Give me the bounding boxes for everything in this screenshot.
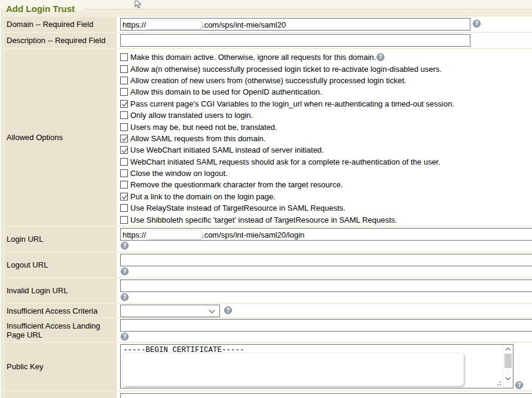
- insufficient-access-landing-label-cell: Insufficient Access Landing Page URL: [4, 318, 116, 342]
- login-url-label-cell: Login URL: [4, 227, 116, 251]
- option-row: Allow creation of new users from (otherw…: [120, 75, 532, 86]
- insufficient-access-criteria-label-cell: Insufficient Access Criteria: [4, 304, 116, 317]
- chevron-down-icon: [209, 308, 215, 314]
- allowed-options-label-cell: Allowed Options: [4, 49, 116, 226]
- checkbox[interactable]: [120, 216, 128, 224]
- checkbox[interactable]: [120, 135, 128, 142]
- option-label: Remove the questionmark character from t…: [130, 180, 343, 189]
- logout-url-input[interactable]: [120, 254, 532, 266]
- fieldset-legend-line: [84, 9, 532, 10]
- invalid-login-url-help-icon[interactable]: ?: [121, 293, 129, 301]
- option-row: Use Shibboleth specific 'target' instead…: [120, 214, 532, 225]
- domain-value-prefix: https://: [123, 20, 146, 29]
- option-row: Allow a(n otherwise) successfully proces…: [120, 63, 532, 74]
- insufficient-access-criteria-help-icon[interactable]: ?: [224, 306, 232, 314]
- insufficient-access-landing-input[interactable]: [120, 319, 532, 332]
- public-key-help-icon[interactable]: ?: [515, 381, 523, 389]
- next-row-label-cell: [4, 391, 116, 398]
- login-url-help-icon[interactable]: ?: [121, 242, 129, 250]
- option-row: Allow this domain to be used for OpenID …: [120, 86, 532, 98]
- logout-url-label-cell: Logout URL: [4, 253, 116, 277]
- option-label: Use RelayState instead of TargetResource…: [130, 203, 346, 212]
- option-row: WebChart initiated SAML requests should …: [120, 156, 532, 168]
- checkbox[interactable]: [120, 181, 128, 189]
- checkbox[interactable]: [120, 100, 128, 108]
- checkbox[interactable]: [120, 88, 128, 96]
- checkbox[interactable]: [120, 77, 128, 84]
- login-url-redaction-box: [146, 230, 202, 239]
- domain-label-cell: Domain -- Required Field: [4, 17, 116, 32]
- insufficient-access-criteria-select[interactable]: [120, 305, 220, 317]
- textarea-scrollbar[interactable]: [503, 345, 513, 388]
- description-label-cell: Description -- Required Field: [4, 33, 116, 48]
- logout-url-help-icon[interactable]: ?: [121, 268, 129, 275]
- public-key-label-cell: Public Key: [4, 343, 116, 390]
- insufficient-access-landing-label-line2: Page URL: [7, 330, 42, 339]
- page-title: Add Login Trust: [6, 4, 75, 14]
- domain-label: Domain -- Required Field: [7, 20, 93, 29]
- add-login-trust-page: Add Login Trust Domain -- Required Field…: [0, 0, 532, 398]
- checkbox[interactable]: [120, 193, 128, 200]
- domain-input[interactable]: https://.com/sps/int-mie/saml20: [120, 18, 470, 31]
- login-url-label: Login URL: [7, 235, 43, 244]
- checkbox[interactable]: [120, 111, 128, 119]
- option-label: WebChart initiated SAML requests should …: [130, 157, 441, 166]
- option-label: Use WebChart initiated SAML instead of s…: [130, 145, 324, 154]
- option-label: Close the window on logout.: [130, 169, 228, 178]
- option-label: Only allow translated users to login.: [130, 111, 253, 120]
- checkbox[interactable]: [120, 65, 128, 73]
- insufficient-access-landing-help-icon[interactable]: ?: [121, 333, 129, 341]
- option-row: Allow SAML requests from this domain.: [120, 133, 532, 144]
- option-label: Pass current page's CGI Variables to the…: [130, 99, 454, 108]
- scrollbar-thumb[interactable]: [505, 354, 512, 368]
- invalid-login-url-label: Invalid Login URL: [7, 286, 68, 295]
- option-label: Allow this domain to be used for OpenID …: [130, 87, 322, 96]
- option-row: Pass current page's CGI Variables to the…: [120, 98, 532, 110]
- resize-grip-icon[interactable]: [500, 384, 501, 385]
- option-row: Make this domain active. Otherwise, igno…: [120, 51, 532, 63]
- mouse-cursor-icon: [133, 0, 142, 9]
- invalid-login-url-label-cell: Invalid Login URL: [4, 278, 116, 303]
- option-row: Use WebChart initiated SAML instead of s…: [120, 144, 532, 156]
- allowed-options-list: Make this domain active. Otherwise, igno…: [117, 49, 532, 226]
- description-input[interactable]: [120, 34, 470, 47]
- checkbox[interactable]: [120, 204, 128, 212]
- checkbox[interactable]: [120, 123, 128, 131]
- option-row: Users may be, but need not be, translate…: [120, 121, 532, 132]
- scroll-down-icon[interactable]: [506, 375, 510, 380]
- option-label: Users may be, but need not be, translate…: [130, 123, 277, 132]
- login-url-input[interactable]: https://.com/sps/int-mie/saml20/login: [120, 228, 532, 241]
- fieldset-left-border: [2, 10, 3, 398]
- domain-redaction-box: [146, 20, 202, 29]
- login-url-value-prefix: https://: [123, 230, 146, 239]
- option-label: Allow a(n otherwise) successfully proces…: [130, 65, 442, 74]
- public-key-redaction-box: [122, 353, 464, 386]
- option-row: Remove the questionmark character from t…: [120, 179, 532, 190]
- allowed-options-label: Allowed Options: [7, 133, 63, 142]
- option-row: Close the window on logout.: [120, 168, 532, 179]
- insufficient-access-criteria-label: Insufficient Access Criteria: [7, 306, 97, 315]
- option-label: Use Shibboleth specific 'target' instead…: [130, 215, 397, 224]
- checkbox[interactable]: [120, 169, 128, 177]
- option-label: Put a link to the domain on the login pa…: [130, 192, 276, 201]
- domain-value-suffix: .com/sps/int-mie/saml20: [202, 20, 286, 29]
- logout-url-label: Logout URL: [7, 260, 48, 269]
- public-key-textarea[interactable]: -----BEGIN CERTIFICATE-----: [120, 344, 513, 388]
- option-label: Allow SAML requests from this domain.: [130, 134, 265, 143]
- option-label: Allow creation of new users from (otherw…: [130, 76, 406, 85]
- description-label: Description -- Required Field: [7, 36, 105, 45]
- invalid-login-url-input[interactable]: [120, 279, 532, 292]
- login-url-value-suffix: .com/sps/int-mie/saml20/login: [202, 230, 304, 239]
- domain-help-icon[interactable]: ?: [473, 20, 481, 28]
- checkbox[interactable]: [120, 146, 128, 154]
- scroll-up-icon[interactable]: [506, 348, 510, 353]
- option-label: Make this domain active. Otherwise, igno…: [130, 53, 376, 62]
- checkbox[interactable]: [120, 53, 128, 61]
- option-help-icon[interactable]: ?: [377, 53, 384, 61]
- next-row-input[interactable]: [120, 393, 532, 398]
- option-row: Use RelayState instead of TargetResource…: [120, 202, 532, 214]
- option-row: Only allow translated users to login.: [120, 110, 532, 121]
- option-row: Put a link to the domain on the login pa…: [120, 191, 532, 202]
- checkbox[interactable]: [120, 158, 128, 166]
- public-key-label: Public Key: [7, 362, 43, 371]
